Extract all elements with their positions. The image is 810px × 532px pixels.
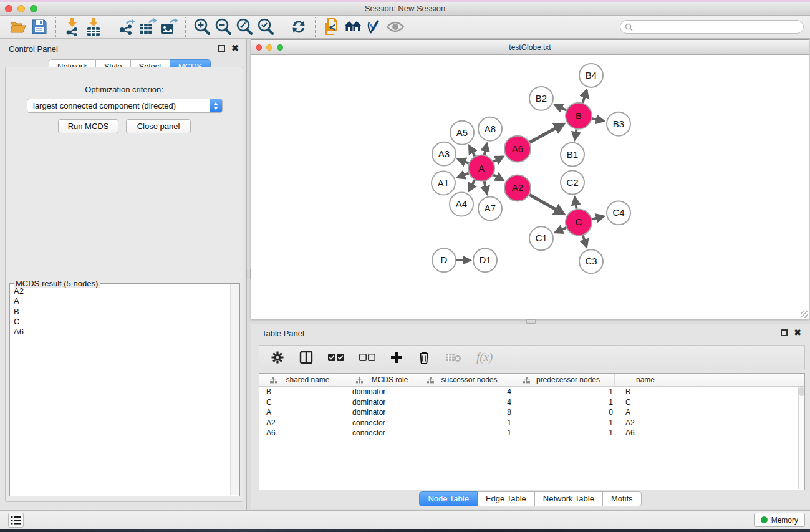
graph-edge-A-A3[interactable] [458,160,468,163]
export-image-icon[interactable] [158,17,180,37]
search-field[interactable] [620,20,804,34]
graph-node-C4[interactable]: C4 [607,201,630,225]
graph-node-B4[interactable]: B4 [579,64,603,87]
graph-node-A4[interactable]: A4 [450,192,473,216]
gear-icon[interactable] [271,348,284,367]
graph-edge-B-B1[interactable] [575,129,577,139]
table-row[interactable]: A6connector11A6 [259,428,804,438]
table-row[interactable]: A2connector11A2 [259,418,804,428]
tab-network-table[interactable]: Network Table [535,491,603,506]
graph-node-C[interactable]: C [566,209,592,235]
export-table-icon[interactable] [137,17,158,37]
table-row[interactable]: Bdominator41B [259,387,804,397]
open-folder-icon[interactable] [7,17,29,37]
graph-node-B2[interactable]: B2 [529,87,553,110]
graph-edge-A-A7[interactable] [485,181,487,193]
graph-edge-C-C3[interactable] [583,235,587,246]
eye-icon[interactable] [385,17,406,37]
hide-details-icon[interactable] [364,17,385,37]
task-history-button[interactable] [8,513,24,528]
column-header-successor-nodes[interactable]: successor nodes [423,374,519,386]
delete-column-icon[interactable] [418,348,430,367]
graph-edge-C-C2[interactable] [575,198,577,209]
zoom-selected-icon[interactable] [255,17,276,37]
save-icon[interactable] [29,17,50,37]
column-header-MCDS-role[interactable]: MCDS role [345,374,423,386]
graph-node-A7[interactable]: A7 [478,196,502,220]
memory-button[interactable]: Memory [754,513,805,527]
close-table-panel-icon[interactable]: ✖ [794,329,801,336]
result-list-item[interactable]: A6 [14,327,229,337]
tab-edge-table[interactable]: Edge Table [478,491,535,506]
result-list-item[interactable]: C [14,317,229,327]
graph-edge-B-B4[interactable] [582,90,586,103]
search-input[interactable] [635,21,803,32]
graph-edge-A-A1[interactable] [458,173,468,178]
graph-edge-A-A4[interactable] [469,180,475,191]
deselect-all-icon[interactable] [359,348,375,367]
graph-edge-C-C4[interactable] [592,216,603,219]
clone-network-icon[interactable] [321,17,342,37]
result-scrollbar[interactable] [230,284,239,495]
close-panel-button[interactable]: Close panel [126,119,191,133]
columns-icon[interactable] [299,348,313,367]
graph-edge-A-A8[interactable] [485,144,487,155]
graph-edge-A-A6[interactable] [493,157,503,162]
function-icon[interactable]: f(x) [476,348,493,367]
run-mcds-button[interactable]: Run MCDS [58,119,118,133]
result-list-item[interactable]: A [14,296,229,306]
graph-node-A[interactable]: A [468,155,494,181]
graph-edge-A6-B[interactable] [529,124,563,142]
graph-edge-B-B3[interactable] [592,118,604,121]
export-network-icon[interactable] [116,17,137,37]
graph-node-D1[interactable]: D1 [473,248,497,272]
graph-node-D[interactable]: D [432,248,456,272]
zoom-out-icon[interactable] [213,17,234,37]
column-header-name[interactable]: name [615,374,672,386]
tab-node-table[interactable]: Node Table [419,491,478,506]
graph-edge-A-A5[interactable] [470,147,475,157]
result-list-item[interactable]: B [14,307,229,317]
graph-node-A1[interactable]: A1 [432,172,455,195]
network-canvas[interactable]: B4B2BB3A8A5A6A3B1AC2A1A2A4A7C4CC1C3DD1 [251,55,809,319]
graph-node-A3[interactable]: A3 [432,142,456,166]
zoom-in-icon[interactable] [191,17,213,37]
graph-node-A2[interactable]: A2 [504,175,531,201]
column-header-shared-name[interactable]: shared name [259,374,345,386]
graph-edge-A2-C[interactable] [529,195,563,213]
table-row[interactable]: Cdominator41C [259,397,804,408]
float-table-panel-icon[interactable] [781,329,788,336]
select-all-icon[interactable] [328,348,344,367]
import-network-icon[interactable] [62,17,83,37]
table-scrollbar[interactable] [798,387,804,489]
vertical-splitter-handle[interactable] [246,269,251,279]
resize-corner-icon[interactable] [801,311,808,318]
delete-table-icon[interactable] [445,348,461,367]
criterion-dropdown[interactable]: largest connected component (directed) [27,99,223,113]
graph-edge-A-A2[interactable] [493,175,503,180]
column-header-predecessor-nodes[interactable]: predecessor nodes [519,374,615,386]
home-icon[interactable] [342,17,364,37]
graph-node-C3[interactable]: C3 [579,249,603,273]
graph-edge-C-C1[interactable] [556,228,566,232]
result-list-item[interactable]: A2 [14,286,229,296]
add-column-icon[interactable] [390,348,403,367]
graph-node-A8[interactable]: A8 [478,117,502,141]
network-window-titlebar[interactable]: testGlobe.txt [251,40,809,55]
refresh-layout-icon[interactable] [288,17,309,37]
graph-node-A6[interactable]: A6 [504,136,531,162]
graph-edge-B-B2[interactable] [556,105,566,110]
graph-node-B1[interactable]: B1 [561,143,584,167]
zoom-fit-icon[interactable] [234,17,255,37]
import-table-icon[interactable] [83,17,104,37]
table-row[interactable]: Adominator80A [259,407,804,418]
graph-node-A5[interactable]: A5 [450,121,474,145]
graph-node-B[interactable]: B [566,103,592,129]
float-panel-icon[interactable] [218,45,225,52]
graph-node-C2[interactable]: C2 [561,171,584,195]
close-panel-icon[interactable]: ✖ [231,45,239,52]
mcds-result-list[interactable]: A2ABCA6 [11,284,229,495]
graph-node-C1[interactable]: C1 [529,226,553,250]
horizontal-splitter-handle[interactable] [526,319,536,324]
tab-motifs[interactable]: Motifs [603,491,642,506]
